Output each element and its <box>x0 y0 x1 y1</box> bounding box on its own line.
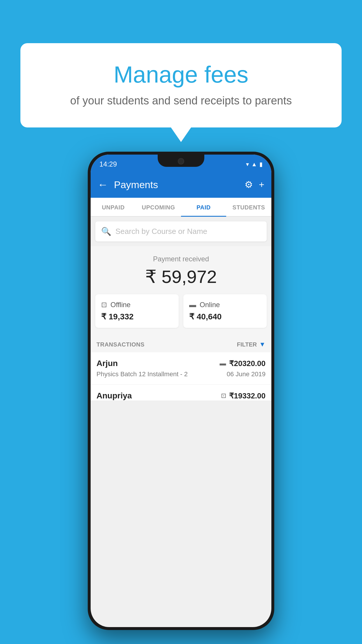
payment-summary: Payment received ₹ 59,972 <box>91 246 271 294</box>
online-card-header: ▬ Online <box>189 301 261 309</box>
transaction-row-bottom: Physics Batch 12 Installment - 2 06 June… <box>96 370 266 378</box>
wifi-icon: ▾ <box>246 161 249 168</box>
tab-upcoming[interactable]: UPCOMING <box>136 198 181 216</box>
transaction-amount-row: ▬ ₹20320.00 <box>220 359 266 368</box>
payment-cards: ⊡ Offline ₹ 19,332 ▬ Online ₹ 40,640 <box>91 294 271 335</box>
transaction-name-2: Anupriya <box>96 391 132 400</box>
transaction-row-top-2: Anupriya ⊡ ₹19332.00 <box>96 391 266 400</box>
online-label: Online <box>200 301 220 309</box>
transaction-amount-2: ₹19332.00 <box>229 391 266 400</box>
phone-screen: 14:29 ▾ ▲ ▮ ← Payments ⚙ + UNPAID UPCO <box>91 155 271 627</box>
tab-unpaid[interactable]: UNPAID <box>91 198 136 216</box>
online-icon: ▬ <box>189 301 196 309</box>
transaction-name: Arjun <box>96 359 118 368</box>
transaction-course: Physics Batch 12 Installment - 2 <box>96 370 188 378</box>
add-button[interactable]: + <box>259 179 264 190</box>
phone-mockup: 14:29 ▾ ▲ ▮ ← Payments ⚙ + UNPAID UPCO <box>88 152 274 630</box>
filter-icon: ▼ <box>259 341 266 348</box>
transactions-label: TRANSACTIONS <box>96 341 145 348</box>
transaction-amount-row-2: ⊡ ₹19332.00 <box>221 391 266 400</box>
status-icons: ▾ ▲ ▮ <box>246 161 263 168</box>
offline-icon: ⊡ <box>101 301 107 309</box>
phone-outer: 14:29 ▾ ▲ ▮ ← Payments ⚙ + UNPAID UPCO <box>88 152 274 630</box>
transaction-list: Arjun ▬ ₹20320.00 Physics Batch 12 Insta… <box>91 352 271 400</box>
offline-amount: ₹ 19,332 <box>101 312 173 321</box>
transactions-header: TRANSACTIONS FILTER ▼ <box>91 335 271 352</box>
transaction-amount: ₹20320.00 <box>229 359 266 368</box>
bubble-subtitle: of your students and send receipts to pa… <box>44 94 318 107</box>
search-icon: 🔍 <box>101 227 111 236</box>
transaction-date: 06 June 2019 <box>227 370 266 378</box>
header-actions: ⚙ + <box>245 179 264 190</box>
signal-icon: ▲ <box>251 161 257 168</box>
transaction-item[interactable]: Arjun ▬ ₹20320.00 Physics Batch 12 Insta… <box>91 352 271 385</box>
offline-card: ⊡ Offline ₹ 19,332 <box>95 294 179 328</box>
online-amount: ₹ 40,640 <box>189 312 261 321</box>
card-payment-icon: ▬ <box>220 360 226 367</box>
search-placeholder: Search by Course or Name <box>115 227 207 236</box>
phone-notch <box>158 155 204 167</box>
cash-payment-icon: ⊡ <box>221 392 226 400</box>
page-title: Payments <box>114 179 239 190</box>
offline-label: Offline <box>110 301 131 309</box>
app-header: ← Payments ⚙ + <box>91 172 271 198</box>
back-button[interactable]: ← <box>98 178 108 191</box>
tabs-bar: UNPAID UPCOMING PAID STUDENTS <box>91 198 271 217</box>
filter-button[interactable]: FILTER ▼ <box>237 341 266 348</box>
status-time: 14:29 <box>99 160 117 168</box>
transaction-item-partial[interactable]: Anupriya ⊡ ₹19332.00 <box>91 385 271 400</box>
offline-card-header: ⊡ Offline <box>101 301 173 309</box>
payment-received-label: Payment received <box>96 255 266 263</box>
content-area: 🔍 Search by Course or Name Payment recei… <box>91 217 271 403</box>
tab-students[interactable]: STUDENTS <box>226 198 271 216</box>
tab-paid[interactable]: PAID <box>181 198 226 216</box>
search-bar[interactable]: 🔍 Search by Course or Name <box>95 221 267 242</box>
speech-bubble: Manage fees of your students and send re… <box>20 43 342 127</box>
battery-icon: ▮ <box>259 161 263 168</box>
front-camera <box>178 158 184 164</box>
filter-label: FILTER <box>237 341 257 348</box>
online-card: ▬ Online ₹ 40,640 <box>183 294 267 328</box>
settings-icon[interactable]: ⚙ <box>245 179 253 190</box>
bubble-title: Manage fees <box>44 61 318 89</box>
total-amount: ₹ 59,972 <box>96 266 266 287</box>
transaction-row-top: Arjun ▬ ₹20320.00 <box>96 359 266 368</box>
